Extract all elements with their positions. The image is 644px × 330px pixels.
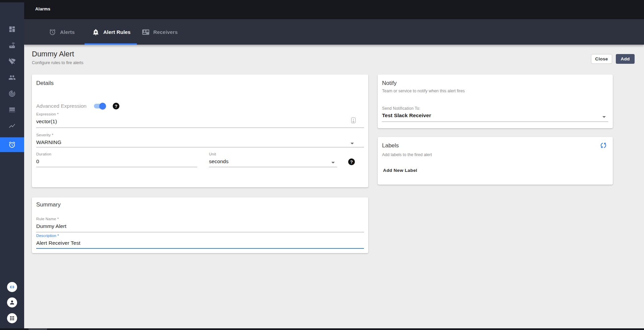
sidebar-item-tracking[interactable] xyxy=(0,86,24,101)
advanced-expression-label: Advanced Expression xyxy=(36,103,87,109)
unit-label: Unit xyxy=(209,152,216,156)
rule-name-input[interactable]: Dummy Alert xyxy=(36,223,66,229)
apps-grid-icon xyxy=(9,315,15,321)
scrollbar-thumb[interactable] xyxy=(29,329,47,330)
unit-underline xyxy=(209,167,337,167)
receiver-dropdown-caret-icon[interactable] xyxy=(602,116,606,118)
severity-dropdown-caret-icon[interactable] xyxy=(351,143,354,144)
alarm-icon xyxy=(8,141,16,148)
account-icon xyxy=(9,299,15,305)
advanced-expression-help-icon[interactable]: ? xyxy=(113,103,119,109)
sidebar-item-trends[interactable] xyxy=(0,119,24,133)
labels-refresh-button[interactable] xyxy=(599,141,607,149)
details-card-title: Details xyxy=(36,80,54,87)
add-button[interactable]: Add xyxy=(616,54,635,64)
sidebar-nav xyxy=(0,2,24,330)
unit-dropdown-caret-icon[interactable] xyxy=(331,162,335,163)
sidebar-code-button[interactable] xyxy=(7,282,17,292)
summary-card: Summary Rule Name * Dummy Alert Descript… xyxy=(32,197,368,253)
sidebar-item-dashboard[interactable] xyxy=(0,22,24,37)
dashboard-icon xyxy=(8,26,16,33)
contact-card-icon xyxy=(142,29,149,36)
receiver-select[interactable]: Test Slack Receiver xyxy=(382,112,431,119)
expression-input[interactable]: vector(1) xyxy=(36,119,57,125)
alarm-clock-icon xyxy=(49,29,56,36)
sidebar-item-network[interactable] xyxy=(0,54,24,69)
notify-card-title: Notify xyxy=(382,80,396,87)
expression-label: Expression * xyxy=(36,112,59,116)
add-new-label-button[interactable]: Add New Label xyxy=(383,168,417,173)
sidebar-item-storage[interactable] xyxy=(0,102,24,117)
notify-card: Notify Team or service to notify when th… xyxy=(378,75,613,128)
storage-icon xyxy=(8,106,16,113)
active-tab-indicator xyxy=(85,43,137,45)
advanced-expression-row: Advanced Expression ? xyxy=(36,103,119,109)
duration-underline xyxy=(36,167,197,167)
toggle-thumb xyxy=(99,103,106,109)
description-underline xyxy=(36,248,364,249)
tab-alert-rules[interactable]: Alert Rules xyxy=(92,19,130,45)
labels-card-subtitle: Add labels to the fired alert xyxy=(382,152,432,157)
sidebar-item-alarms[interactable] xyxy=(0,137,24,152)
advanced-expression-toggle[interactable] xyxy=(94,103,105,109)
horizontal-scrollbar[interactable] xyxy=(0,328,644,330)
description-input[interactable]: Alert Receiver Test xyxy=(36,240,80,246)
rule-name-label: Rule Name * xyxy=(36,217,59,221)
page-header-title: Alarms xyxy=(35,6,50,11)
tab-receivers[interactable]: Receivers xyxy=(142,19,178,45)
sync-icon xyxy=(598,140,609,151)
description-label: Description * xyxy=(36,234,59,238)
labels-card: Labels Add labels to the fired alert Add… xyxy=(378,137,613,185)
unit-select[interactable]: seconds xyxy=(209,158,228,164)
sidebar-account-button[interactable] xyxy=(7,297,17,308)
send-notification-label: Send Notification To: xyxy=(382,106,420,111)
sidebar-item-devices[interactable] xyxy=(0,38,24,53)
duration-label: Duration xyxy=(36,152,51,156)
notify-card-subtitle: Team or service to notify when this aler… xyxy=(382,89,465,93)
receiver-underline xyxy=(382,122,608,122)
close-button[interactable]: Close xyxy=(591,54,612,64)
add-alert-icon xyxy=(92,29,99,36)
alarms-app: Alarms Alerts Alert Rules Receivers xyxy=(0,0,644,330)
expression-underline xyxy=(36,128,364,128)
duration-help-icon[interactable]: ? xyxy=(348,158,355,165)
tab-alerts-label: Alerts xyxy=(60,29,75,35)
sidebar-apps-button[interactable] xyxy=(7,313,17,323)
duration-input[interactable]: 0 xyxy=(36,158,39,164)
labels-card-title: Labels xyxy=(382,142,399,149)
tab-alert-rules-label: Alert Rules xyxy=(103,29,130,35)
top-bar: Alarms xyxy=(0,0,644,19)
severity-select[interactable]: WARNING xyxy=(36,139,61,145)
summary-card-title: Summary xyxy=(36,201,61,208)
wifi-off-icon xyxy=(8,58,16,65)
details-card: Details Advanced Expression ? Expression… xyxy=(32,75,368,187)
page-subtitle: Configure rules to fire alerts xyxy=(32,60,84,65)
tab-bar: Alerts Alert Rules Receivers xyxy=(24,19,644,45)
severity-label: Severity * xyxy=(36,133,53,137)
sidebar-item-users[interactable] xyxy=(0,70,24,85)
code-icon xyxy=(9,284,15,290)
severity-underline xyxy=(36,147,364,147)
track-changes-icon xyxy=(8,90,16,97)
router-icon xyxy=(8,42,16,49)
tab-alerts[interactable]: Alerts xyxy=(49,19,75,45)
expression-helper-icon[interactable] xyxy=(351,117,356,123)
rule-name-underline xyxy=(36,232,364,232)
trends-icon xyxy=(8,122,16,130)
tab-receivers-label: Receivers xyxy=(153,29,178,35)
users-icon xyxy=(8,74,16,81)
page-title: Dummy Alert xyxy=(32,50,74,58)
